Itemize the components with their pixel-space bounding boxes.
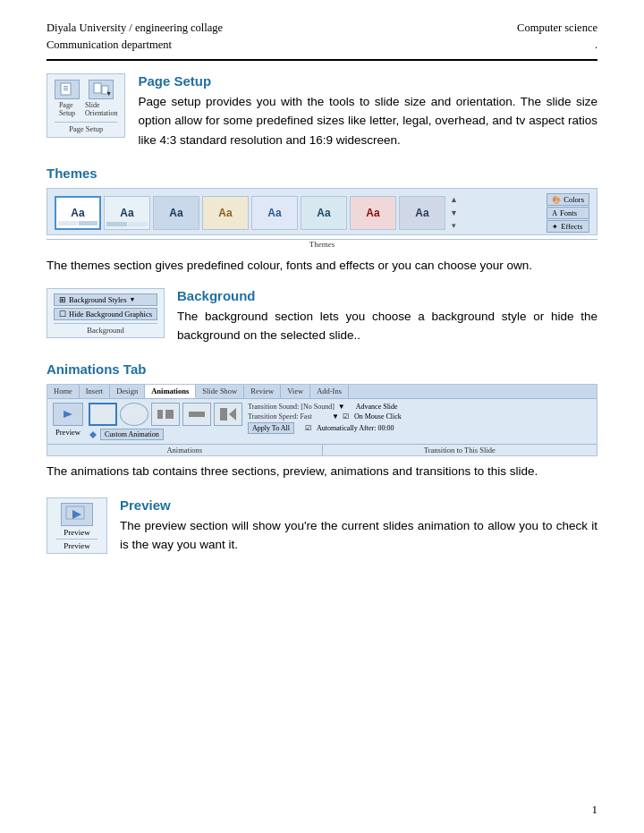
anim-custom-row: Custom Animation [89,429,242,440]
theme-item-8[interactable]: Aa [399,196,445,230]
background-section-label: Background [54,323,157,335]
page-setup-section-label: Page Setup [55,122,117,133]
header: Diyala University / engineering collage … [47,20,597,54]
transition-speed-row: Transition Speed: Fast ▼ ☑ On Mouse Clic… [248,412,591,421]
svg-rect-2 [64,88,68,89]
anim-section-transition: Transition to This Slide [323,445,597,455]
automatically-after-label: Automatically After: 00:00 [317,424,394,432]
auto-after-check[interactable]: ☑ [305,424,311,432]
tab-addins[interactable]: Add-Ins [310,385,349,398]
transition-speed-label: Transition Speed: Fast [248,412,328,421]
anim-box-4[interactable] [182,403,211,426]
tab-view[interactable]: View [281,385,310,398]
bg-styles-icon: ⊞ [59,295,66,304]
scroll-down-icon[interactable]: ▼ [450,209,458,217]
themes-text: The themes section gives predefined colo… [47,256,597,276]
svg-marker-12 [229,408,236,421]
hide-bg-label: Hide Background Graphics [69,310,152,319]
theme-item-5[interactable]: Aa [251,196,298,230]
animations-section: Animations Tab Home Insert Design Animat… [47,361,597,481]
theme-item-3[interactable]: Aa [153,196,199,230]
hide-background-button[interactable]: ☐ Hide Background Graphics [54,308,157,320]
orientation-icon-label: SlideOrientation [85,101,117,117]
tab-design[interactable]: Design [110,385,145,398]
header-divider [47,59,597,61]
scroll-up-icon[interactable]: ▲ [450,196,458,204]
transition-sound-arrow[interactable]: ▼ [338,403,345,411]
on-mouse-click-check[interactable]: ☑ [343,412,349,421]
fonts-icon: A [552,209,557,217]
page-setup-title: Page Setup [138,73,597,89]
preview-title: Preview [120,497,597,513]
custom-animation-button[interactable]: Custom Animation [100,429,164,440]
header-university: Diyala University / engineering collage [47,20,223,37]
colors-button[interactable]: 🎨 Colors [547,193,589,206]
background-icon-box: ⊞ Background Styles ▼ ☐ Hide Background … [47,288,165,338]
tab-slideshow[interactable]: Slide Show [196,385,244,398]
page-setup-content: Page Setup Page setup provides you with … [138,73,597,150]
scroll-more-icon[interactable]: ▾ [452,222,456,230]
themes-section: Themes Aa Aa Aa Aa Aa Aa Aa Aa ▲ ▼ ▾ [47,166,597,276]
theme-item-4[interactable]: Aa [202,196,249,230]
svg-rect-10 [189,412,205,417]
svg-text:▼: ▼ [106,89,109,95]
theme-item-7[interactable]: Aa [350,196,396,230]
animations-tab-title: Animations Tab [47,361,597,377]
anim-animations-row [89,403,242,426]
fonts-button[interactable]: A Fonts [547,207,589,219]
background-text: The background section lets you choose a… [177,307,597,345]
preview-play-button[interactable] [53,403,83,426]
theme-item-1[interactable]: Aa [55,196,101,230]
page-setup-icon-item1: PageSetup [55,80,80,117]
preview-icon-label2: Preview [56,539,97,550]
svg-rect-4 [94,83,101,93]
anim-box-1[interactable] [89,403,117,426]
tab-review[interactable]: Review [244,385,281,398]
theme-item-6[interactable]: Aa [301,196,347,230]
orientation-icon-item: ▼ SlideOrientation [85,80,117,117]
bg-styles-arrow: ▼ [129,296,135,303]
svg-marker-7 [64,411,72,418]
anim-box-3[interactable] [151,403,180,426]
page-setup-section: PageSetup ▼ SlideOrientation Page Setup … [47,73,597,150]
themes-bar-inner: Aa Aa Aa Aa Aa Aa Aa Aa ▲ ▼ ▾ [55,196,538,230]
transition-sound-row: Transition Sound: [No Sound] ▼ Advance S… [248,403,591,411]
anim-section-animations: Animations [47,445,323,455]
background-title: Background [177,288,597,303]
background-styles-button[interactable]: ⊞ Background Styles ▼ [54,293,157,306]
preview-text: The preview section will show you're the… [120,516,597,555]
transition-speed-arrow[interactable]: ▼ [332,412,339,421]
tab-animations[interactable]: Animations [145,385,196,398]
preview-icon-label1: Preview [64,528,90,537]
transition-sound-label: Transition Sound: [No Sound] [248,403,335,411]
page-setup-icon-row: PageSetup ▼ SlideOrientation [55,80,117,117]
on-mouse-click-label: On Mouse Click [354,412,402,421]
header-department: Communication department [47,37,223,54]
anim-box-5[interactable] [214,403,242,426]
animations-bar: Home Insert Design Animations Slide Show… [47,384,597,456]
background-section: ⊞ Background Styles ▼ ☐ Hide Background … [47,288,597,345]
anim-box-2[interactable] [120,403,148,426]
effects-label: Effects [561,222,582,231]
themes-scroll-col: ▲ ▼ ▾ [450,196,458,230]
colors-label: Colors [564,195,584,204]
themes-bar: Aa Aa Aa Aa Aa Aa Aa Aa ▲ ▼ ▾ 🎨 Colors [47,188,597,235]
preview-content: Preview The preview section will show yo… [120,497,597,555]
header-right: Computer science . [517,20,597,54]
anim-body: Preview [47,399,597,444]
hide-bg-checkbox: ☐ [59,310,66,319]
theme-item-2[interactable]: Aa [104,196,150,230]
effects-button[interactable]: ✦ Effects [547,220,589,233]
apply-to-all-button[interactable]: Apply To All [248,422,294,434]
svg-rect-11 [220,408,227,421]
anim-center-col: Custom Animation [89,403,242,440]
themes-bar-label: Themes [47,239,597,249]
header-subject: Computer science [517,20,597,37]
tab-insert[interactable]: Insert [80,385,110,398]
svg-rect-9 [165,410,174,419]
effects-icon: ✦ [552,223,558,231]
tab-home[interactable]: Home [47,385,80,398]
page-icon-label: PageSetup [59,101,75,117]
preview-icon-box: Preview Preview [47,497,107,554]
preview-col-label: Preview [55,428,80,437]
